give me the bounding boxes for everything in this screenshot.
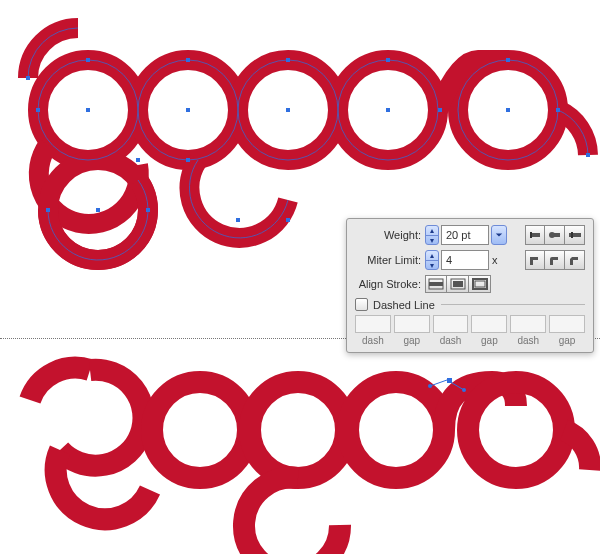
dash-input-3[interactable]: [510, 315, 546, 333]
svg-rect-24: [136, 158, 140, 162]
stepper-down-icon[interactable]: ▾: [426, 261, 438, 270]
align-center-button[interactable]: [425, 275, 447, 293]
divider-line: [441, 304, 585, 305]
artwork-bottom: [0, 340, 600, 554]
gap-caption: gap: [549, 335, 585, 346]
svg-rect-14: [386, 108, 390, 112]
cap-butt-button[interactable]: [525, 225, 545, 245]
stepper-up-icon[interactable]: ▴: [426, 226, 438, 236]
svg-rect-45: [571, 232, 573, 238]
gap-caption: gap: [471, 335, 507, 346]
svg-point-34: [250, 382, 346, 478]
align-inside-button[interactable]: [447, 275, 469, 293]
svg-rect-11: [86, 108, 90, 112]
cap-buttons: [525, 225, 585, 245]
miter-x-label: x: [492, 254, 498, 266]
svg-rect-47: [429, 282, 443, 286]
dash-input-1[interactable]: [355, 315, 391, 333]
weight-input[interactable]: 20 pt: [441, 225, 489, 245]
svg-rect-13: [286, 108, 290, 112]
svg-point-35: [348, 382, 444, 478]
svg-point-33: [152, 382, 248, 478]
stepper-up-icon[interactable]: ▴: [426, 251, 438, 261]
svg-rect-22: [286, 218, 290, 222]
join-round-button[interactable]: [545, 250, 565, 270]
join-bevel-button[interactable]: [565, 250, 585, 270]
svg-point-39: [462, 388, 466, 392]
miter-label: Miter Limit:: [355, 254, 421, 266]
svg-rect-21: [236, 218, 240, 222]
join-miter-button[interactable]: [525, 250, 545, 270]
weight-dropdown[interactable]: [491, 225, 507, 245]
svg-rect-12: [186, 108, 190, 112]
dash-caption: dash: [433, 335, 469, 346]
dash-caption: dash: [355, 335, 391, 346]
svg-rect-25: [438, 108, 442, 112]
miter-stepper[interactable]: ▴ ▾: [425, 250, 439, 270]
align-outside-button[interactable]: [469, 275, 491, 293]
dash-gap-grid: dash gap dash gap dash gap: [355, 315, 585, 346]
gap-input-1[interactable]: [394, 315, 430, 333]
svg-rect-49: [453, 281, 463, 287]
dashed-line-checkbox[interactable]: [355, 298, 368, 311]
stepper-down-icon[interactable]: ▾: [426, 236, 438, 245]
svg-rect-50: [475, 281, 485, 287]
dash-input-2[interactable]: [433, 315, 469, 333]
join-buttons: [525, 250, 585, 270]
svg-point-38: [428, 384, 432, 388]
align-stroke-buttons: [425, 275, 491, 293]
gap-input-3[interactable]: [549, 315, 585, 333]
svg-rect-18: [96, 208, 100, 212]
svg-rect-15: [506, 108, 510, 112]
miter-input[interactable]: 4: [441, 250, 489, 270]
svg-point-43: [549, 232, 555, 238]
align-stroke-label: Align Stroke:: [355, 278, 421, 290]
svg-rect-41: [530, 232, 532, 238]
gap-caption: gap: [394, 335, 430, 346]
chevron-down-icon: [495, 231, 503, 239]
cap-projecting-button[interactable]: [565, 225, 585, 245]
dash-caption: dash: [510, 335, 546, 346]
gap-input-2[interactable]: [471, 315, 507, 333]
stroke-panel: Weight: ▴ ▾ 20 pt Miter Limit: ▴ ▾ 4 x: [346, 218, 594, 353]
weight-label: Weight:: [355, 229, 421, 241]
svg-rect-44: [569, 233, 581, 237]
weight-stepper[interactable]: ▴ ▾: [425, 225, 439, 245]
dashed-line-label: Dashed Line: [373, 299, 435, 311]
cap-round-button[interactable]: [545, 225, 565, 245]
